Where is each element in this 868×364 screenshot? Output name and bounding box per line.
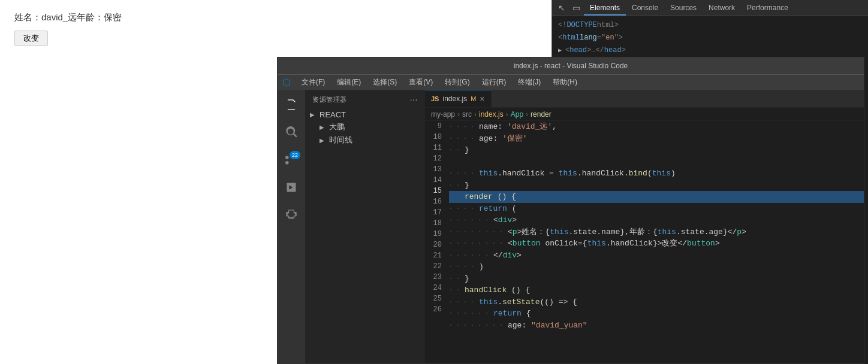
sidebar-header: 资源管理器 ···	[305, 90, 425, 109]
activity-icon-extensions[interactable]	[281, 205, 302, 225]
vscode-logo-icon: ⬡	[282, 77, 291, 88]
tab-console[interactable]: Console	[626, 0, 664, 16]
activity-icon-search[interactable]	[281, 122, 302, 142]
tree-item-dapeng[interactable]: ▶ 大鹏	[305, 120, 425, 134]
devtools-tabbar: ↖ ▭ Elements Console Sources Network Per…	[552, 0, 868, 16]
code-line-10: · · · · age: '保密'	[449, 133, 864, 145]
code-line-16: · · · · return (	[449, 203, 864, 215]
tab-sources[interactable]: Sources	[664, 0, 703, 16]
menu-run[interactable]: 运行(R)	[477, 76, 511, 89]
bc-app: App	[511, 110, 523, 119]
code-line-24: · · · · this.setState(() => {	[449, 296, 864, 308]
line-numbers: 9 10 11 12 13 14 15 16 17 18 19 20 21 22…	[425, 121, 447, 363]
page-title: 姓名：david_远年龄：保密	[14, 12, 537, 23]
bc-src: src	[462, 110, 472, 119]
breadcrumb: my-app › src › index.js › App › render	[425, 108, 864, 121]
bc-render: render	[531, 110, 551, 119]
tab-filename: index.js	[442, 95, 467, 103]
devtools-html-content: <!DOCTYPE html> <html lang="en"> ▶ <head…	[552, 16, 868, 61]
tab-close-button[interactable]: ×	[480, 94, 484, 104]
tree-label-timeline: 时间线	[329, 135, 352, 145]
code-lines: · · · · name: 'david_远', · · · · age: '保…	[447, 121, 864, 363]
code-line-26: · · · · · · · · age: "david_yuan"	[449, 320, 864, 332]
tree-label-react: REACT	[320, 110, 346, 119]
vscode-titlebar: index.js - react - Visual Studio Code	[278, 57, 864, 74]
vscode-title-text: index.js - react - Visual Studio Code	[514, 62, 628, 70]
vscode-menubar: ⬡ 文件(F) 编辑(E) 选择(S) 查看(V) 转到(G) 运行(R) 终端…	[278, 74, 864, 90]
tab-network[interactable]: Network	[703, 0, 741, 16]
source-control-badge: 22	[290, 151, 300, 159]
menu-help[interactable]: 帮助(H)	[548, 76, 582, 89]
vscode-main-area: 22 资源管理器 ··· ▶ REACT	[278, 90, 864, 363]
code-line-19: · · · · · · · · <button onClick={this.ha…	[449, 238, 864, 250]
editor-tab-indexjs[interactable]: JS index.js M ×	[425, 90, 492, 107]
activity-bar: 22	[278, 90, 305, 363]
code-line-25: · · · · · · return {	[449, 308, 864, 320]
vscode-editor: JS index.js M × my-app › src › index.js …	[425, 90, 864, 363]
tab-modified-indicator: M	[471, 95, 476, 102]
code-line-22: · · }	[449, 273, 864, 285]
menu-goto[interactable]: 转到(G)	[440, 76, 474, 89]
tree-item-react[interactable]: ▶ REACT	[305, 109, 425, 120]
vscode-window: index.js - react - Visual Studio Code ⬡ …	[277, 57, 864, 364]
change-button[interactable]: 改变	[14, 31, 48, 46]
devtools-device-icon[interactable]: ▭	[569, 3, 584, 13]
vscode-sidebar: 资源管理器 ··· ▶ REACT ▶ 大鹏 ▶ 时间线	[305, 90, 425, 363]
menu-edit[interactable]: 编辑(E)	[332, 76, 366, 89]
sidebar-tree: ▶ REACT ▶ 大鹏 ▶ 时间线	[305, 109, 425, 147]
code-line-20: · · · · · · </div>	[449, 250, 864, 262]
code-line-13: · · · · this.handClick = this.handClick.…	[449, 168, 864, 180]
menu-file[interactable]: 文件(F)	[297, 76, 330, 89]
menu-view[interactable]: 查看(V)	[404, 76, 438, 89]
editor-tabbar: JS index.js M ×	[425, 90, 864, 108]
activity-icon-source-control[interactable]: 22	[281, 150, 302, 170]
tree-item-timeline[interactable]: ▶ 时间线	[305, 134, 425, 147]
devtools-cursor-icon[interactable]: ↖	[554, 3, 569, 13]
code-line-12	[449, 156, 864, 168]
code-line-15: · · render () {	[449, 191, 864, 203]
activity-icon-run[interactable]	[281, 177, 302, 198]
code-line-23: · · handClick () {	[449, 284, 864, 296]
tab-js-icon: JS	[431, 95, 439, 102]
menu-select[interactable]: 选择(S)	[368, 76, 402, 89]
code-line-9: · · · · name: 'david_远',	[449, 121, 864, 133]
tab-performance[interactable]: Performance	[741, 0, 794, 16]
activity-icon-explorer[interactable]	[281, 95, 302, 115]
code-line-14: · · }	[449, 180, 864, 192]
code-line-18: · · · · · · · · <p>姓名：{this.state.name},…	[449, 226, 864, 238]
code-editor[interactable]: 9 10 11 12 13 14 15 16 17 18 19 20 21 22…	[425, 121, 864, 363]
tree-label-dapeng: 大鹏	[329, 122, 345, 132]
sidebar-more-icon[interactable]: ···	[410, 95, 418, 104]
tab-elements[interactable]: Elements	[584, 0, 626, 16]
code-line-11: · · }	[449, 144, 864, 156]
bc-indexjs: index.js	[479, 110, 504, 119]
code-line-21: · · · · )	[449, 261, 864, 273]
bc-myapp: my-app	[431, 110, 455, 119]
menu-terminal[interactable]: 终端(J)	[513, 76, 545, 89]
code-line-17: · · · · · · <div>	[449, 214, 864, 226]
sidebar-title: 资源管理器	[312, 95, 347, 104]
